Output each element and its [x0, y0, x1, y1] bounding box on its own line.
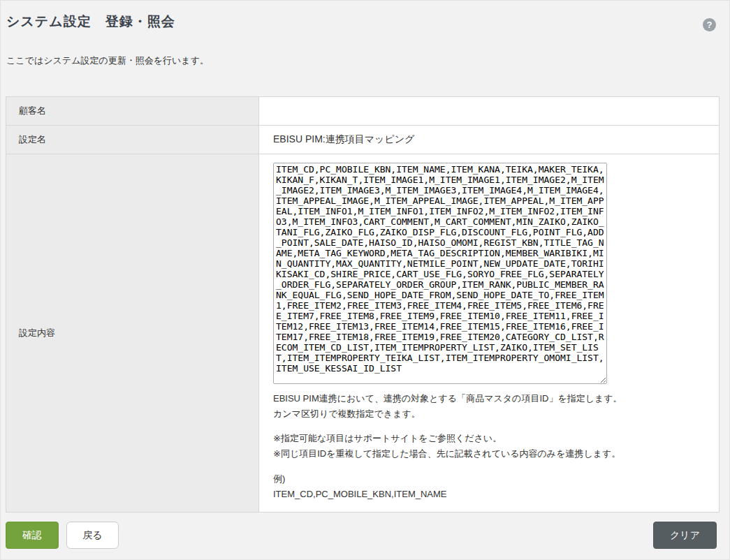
setting-content-notes: ※指定可能な項目はサポートサイトをご参照ください。 ※同じ項目IDを重複して指定…	[273, 431, 705, 462]
description-line-2: カンマ区切りで複数指定できます。	[273, 406, 705, 422]
setting-content-cell: ITEM_CD,PC_MOBILE_KBN,ITEM_NAME,ITEM_KAN…	[259, 154, 720, 513]
settings-table: 顧客名 設定名 EBISU PIM:連携項目マッピング 設定内容 ITEM_CD…	[6, 96, 720, 513]
setting-content-description: EBISU PIM連携において、連携の対象とする「商品マスタの項目ID」を指定し…	[273, 391, 705, 422]
customer-name-value	[259, 97, 720, 126]
page-description: ここではシステム設定の更新・照会を行います。	[6, 54, 724, 67]
setting-name-row: 設定名 EBISU PIM:連携項目マッピング	[6, 126, 720, 154]
setting-content-label: 設定内容	[6, 154, 259, 513]
setting-content-example: 例) ITEM_CD,PC_MOBILE_KBN,ITEM_NAME	[273, 471, 705, 502]
note-line-2: ※同じ項目IDを重複して指定した場合、先に記載されている内容のみを連携します。	[273, 446, 705, 462]
setting-content-textarea[interactable]: ITEM_CD,PC_MOBILE_KBN,ITEM_NAME,ITEM_KAN…	[273, 163, 607, 384]
page-title: システム設定 登録・照会	[6, 13, 724, 31]
system-settings-page: システム設定 登録・照会 ? ここではシステム設定の更新・照会を行います。 顧客…	[0, 0, 730, 560]
note-line-1: ※指定可能な項目はサポートサイトをご参照ください。	[273, 431, 705, 446]
confirm-button[interactable]: 確認	[6, 522, 59, 549]
description-line-1: EBISU PIM連携において、連携の対象とする「商品マスタの項目ID」を指定し…	[273, 391, 705, 406]
example-value: ITEM_CD,PC_MOBILE_KBN,ITEM_NAME	[273, 487, 705, 502]
setting-content-row: 設定内容 ITEM_CD,PC_MOBILE_KBN,ITEM_NAME,ITE…	[6, 154, 720, 513]
clear-button[interactable]: クリア	[653, 522, 717, 549]
help-icon[interactable]: ?	[703, 18, 716, 31]
setting-name-label: 設定名	[6, 126, 259, 154]
customer-name-row: 顧客名	[6, 97, 720, 126]
customer-name-label: 顧客名	[6, 97, 259, 126]
footer-actions: 確認 戻る クリア	[6, 522, 720, 549]
example-label: 例)	[273, 471, 705, 487]
back-button[interactable]: 戻る	[66, 522, 119, 549]
setting-name-value: EBISU PIM:連携項目マッピング	[259, 126, 720, 154]
